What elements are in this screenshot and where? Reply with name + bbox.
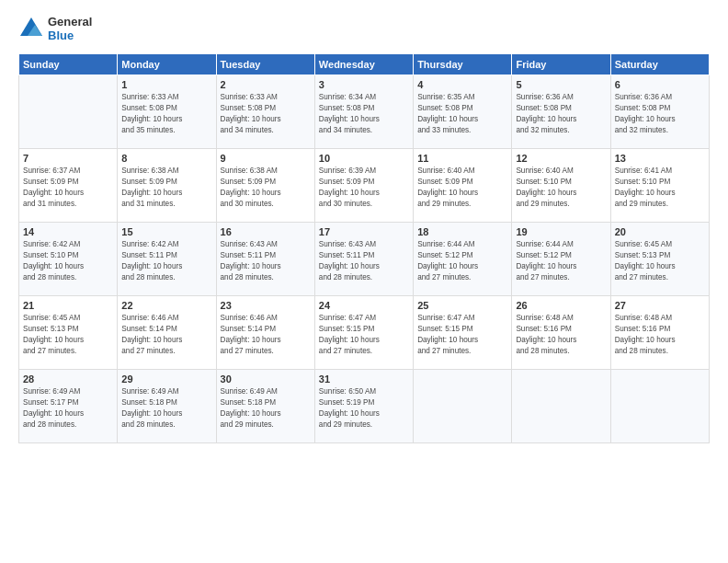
cell-content: Sunrise: 6:38 AM Sunset: 5:09 PM Dayligh… xyxy=(221,166,311,210)
day-number: 7 xyxy=(23,153,113,164)
day-number: 14 xyxy=(23,226,113,237)
calendar-cell: 10Sunrise: 6:39 AM Sunset: 5:09 PM Dayli… xyxy=(314,149,413,223)
day-number: 12 xyxy=(516,153,606,164)
day-number: 21 xyxy=(23,300,113,311)
calendar-cell: 29Sunrise: 6:49 AM Sunset: 5:18 PM Dayli… xyxy=(118,370,216,443)
calendar-cell: 15Sunrise: 6:42 AM Sunset: 5:11 PM Dayli… xyxy=(118,223,216,296)
week-row-5: 28Sunrise: 6:49 AM Sunset: 5:17 PM Dayli… xyxy=(19,370,710,443)
week-row-4: 21Sunrise: 6:45 AM Sunset: 5:13 PM Dayli… xyxy=(19,296,710,370)
day-number: 25 xyxy=(417,300,507,311)
calendar-cell: 11Sunrise: 6:40 AM Sunset: 5:09 PM Dayli… xyxy=(414,149,512,223)
cell-content: Sunrise: 6:43 AM Sunset: 5:11 PM Dayligh… xyxy=(319,239,409,283)
cell-content: Sunrise: 6:50 AM Sunset: 5:19 PM Dayligh… xyxy=(319,386,409,431)
cell-content: Sunrise: 6:44 AM Sunset: 5:12 PM Dayligh… xyxy=(417,239,507,283)
cell-content: Sunrise: 6:40 AM Sunset: 5:10 PM Dayligh… xyxy=(516,166,606,210)
column-header-saturday: Saturday xyxy=(610,54,709,75)
cell-content: Sunrise: 6:46 AM Sunset: 5:14 PM Dayligh… xyxy=(221,313,311,357)
calendar-cell: 9Sunrise: 6:38 AM Sunset: 5:09 PM Daylig… xyxy=(216,149,314,223)
cell-content: Sunrise: 6:48 AM Sunset: 5:16 PM Dayligh… xyxy=(516,313,606,357)
cell-content: Sunrise: 6:49 AM Sunset: 5:17 PM Dayligh… xyxy=(23,386,113,431)
calendar-cell: 25Sunrise: 6:47 AM Sunset: 5:15 PM Dayli… xyxy=(414,296,512,370)
calendar-cell: 17Sunrise: 6:43 AM Sunset: 5:11 PM Dayli… xyxy=(314,223,413,296)
cell-content: Sunrise: 6:42 AM Sunset: 5:11 PM Dayligh… xyxy=(121,239,211,283)
day-number: 17 xyxy=(319,226,409,237)
cell-content: Sunrise: 6:34 AM Sunset: 5:08 PM Dayligh… xyxy=(319,92,409,136)
cell-content: Sunrise: 6:48 AM Sunset: 5:16 PM Dayligh… xyxy=(615,313,705,357)
column-header-monday: Monday xyxy=(118,54,216,75)
cell-content: Sunrise: 6:42 AM Sunset: 5:10 PM Dayligh… xyxy=(23,239,113,283)
calendar-cell: 5Sunrise: 6:36 AM Sunset: 5:08 PM Daylig… xyxy=(512,75,610,149)
calendar-cell: 6Sunrise: 6:36 AM Sunset: 5:08 PM Daylig… xyxy=(610,75,709,149)
week-row-2: 7Sunrise: 6:37 AM Sunset: 5:09 PM Daylig… xyxy=(19,149,710,223)
day-number: 31 xyxy=(319,373,409,385)
calendar-cell: 22Sunrise: 6:46 AM Sunset: 5:14 PM Dayli… xyxy=(118,296,216,370)
day-number: 20 xyxy=(615,226,705,237)
column-header-sunday: Sunday xyxy=(19,54,118,75)
cell-content: Sunrise: 6:40 AM Sunset: 5:09 PM Dayligh… xyxy=(417,166,507,210)
header-row: SundayMondayTuesdayWednesdayThursdayFrid… xyxy=(19,54,710,75)
day-number: 19 xyxy=(516,226,606,237)
calendar-cell: 20Sunrise: 6:45 AM Sunset: 5:13 PM Dayli… xyxy=(610,223,709,296)
calendar-cell: 1Sunrise: 6:33 AM Sunset: 5:08 PM Daylig… xyxy=(118,75,216,149)
day-number: 10 xyxy=(319,153,409,164)
day-number: 2 xyxy=(221,79,311,90)
calendar-cell xyxy=(414,370,512,443)
calendar-cell: 4Sunrise: 6:35 AM Sunset: 5:08 PM Daylig… xyxy=(414,75,512,149)
day-number: 30 xyxy=(221,373,311,385)
calendar-cell: 16Sunrise: 6:43 AM Sunset: 5:11 PM Dayli… xyxy=(216,223,314,296)
cell-content: Sunrise: 6:36 AM Sunset: 5:08 PM Dayligh… xyxy=(516,92,606,136)
cell-content: Sunrise: 6:33 AM Sunset: 5:08 PM Dayligh… xyxy=(221,92,311,136)
calendar-cell: 13Sunrise: 6:41 AM Sunset: 5:10 PM Dayli… xyxy=(610,149,709,223)
day-number: 13 xyxy=(615,153,705,164)
calendar-cell: 27Sunrise: 6:48 AM Sunset: 5:16 PM Dayli… xyxy=(610,296,709,370)
column-header-wednesday: Wednesday xyxy=(314,54,413,75)
cell-content: Sunrise: 6:46 AM Sunset: 5:14 PM Dayligh… xyxy=(121,313,211,357)
day-number: 3 xyxy=(319,79,409,90)
day-number: 27 xyxy=(615,300,705,311)
column-header-friday: Friday xyxy=(512,54,610,75)
calendar-cell: 24Sunrise: 6:47 AM Sunset: 5:15 PM Dayli… xyxy=(314,296,413,370)
day-number: 18 xyxy=(417,226,507,237)
day-number: 23 xyxy=(221,300,311,311)
cell-content: Sunrise: 6:37 AM Sunset: 5:09 PM Dayligh… xyxy=(23,166,113,210)
logo: General Blue xyxy=(18,15,92,42)
column-header-thursday: Thursday xyxy=(414,54,512,75)
calendar-cell: 7Sunrise: 6:37 AM Sunset: 5:09 PM Daylig… xyxy=(19,149,118,223)
cell-content: Sunrise: 6:36 AM Sunset: 5:08 PM Dayligh… xyxy=(615,92,705,136)
day-number: 6 xyxy=(615,79,705,90)
cell-content: Sunrise: 6:39 AM Sunset: 5:09 PM Dayligh… xyxy=(319,166,409,210)
day-number: 9 xyxy=(221,153,311,164)
calendar-cell: 23Sunrise: 6:46 AM Sunset: 5:14 PM Dayli… xyxy=(216,296,314,370)
calendar-cell xyxy=(19,75,118,149)
cell-content: Sunrise: 6:38 AM Sunset: 5:09 PM Dayligh… xyxy=(121,166,211,210)
calendar-page: General Blue SundayMondayTuesdayWednesda… xyxy=(0,0,728,563)
cell-content: Sunrise: 6:49 AM Sunset: 5:18 PM Dayligh… xyxy=(121,386,211,431)
calendar-cell: 3Sunrise: 6:34 AM Sunset: 5:08 PM Daylig… xyxy=(314,75,413,149)
day-number: 26 xyxy=(516,300,606,311)
logo-text: General Blue xyxy=(48,15,92,42)
logo-icon xyxy=(18,16,44,41)
calendar-cell: 14Sunrise: 6:42 AM Sunset: 5:10 PM Dayli… xyxy=(19,223,118,296)
day-number: 16 xyxy=(221,226,311,237)
column-header-tuesday: Tuesday xyxy=(216,54,314,75)
cell-content: Sunrise: 6:45 AM Sunset: 5:13 PM Dayligh… xyxy=(615,239,705,283)
week-row-1: 1Sunrise: 6:33 AM Sunset: 5:08 PM Daylig… xyxy=(19,75,710,149)
day-number: 29 xyxy=(121,373,211,385)
day-number: 5 xyxy=(516,79,606,90)
calendar-cell: 31Sunrise: 6:50 AM Sunset: 5:19 PM Dayli… xyxy=(314,370,413,443)
day-number: 24 xyxy=(319,300,409,311)
calendar-cell: 26Sunrise: 6:48 AM Sunset: 5:16 PM Dayli… xyxy=(512,296,610,370)
cell-content: Sunrise: 6:47 AM Sunset: 5:15 PM Dayligh… xyxy=(417,313,507,357)
day-number: 8 xyxy=(121,153,211,164)
calendar-cell xyxy=(610,370,709,443)
calendar-cell: 30Sunrise: 6:49 AM Sunset: 5:18 PM Dayli… xyxy=(216,370,314,443)
cell-content: Sunrise: 6:47 AM Sunset: 5:15 PM Dayligh… xyxy=(319,313,409,357)
calendar-cell: 19Sunrise: 6:44 AM Sunset: 5:12 PM Dayli… xyxy=(512,223,610,296)
calendar-cell: 21Sunrise: 6:45 AM Sunset: 5:13 PM Dayli… xyxy=(19,296,118,370)
calendar-cell: 28Sunrise: 6:49 AM Sunset: 5:17 PM Dayli… xyxy=(19,370,118,443)
cell-content: Sunrise: 6:35 AM Sunset: 5:08 PM Dayligh… xyxy=(417,92,507,136)
cell-content: Sunrise: 6:44 AM Sunset: 5:12 PM Dayligh… xyxy=(516,239,606,283)
calendar-cell: 8Sunrise: 6:38 AM Sunset: 5:09 PM Daylig… xyxy=(118,149,216,223)
cell-content: Sunrise: 6:45 AM Sunset: 5:13 PM Dayligh… xyxy=(23,313,113,357)
day-number: 28 xyxy=(23,373,113,385)
